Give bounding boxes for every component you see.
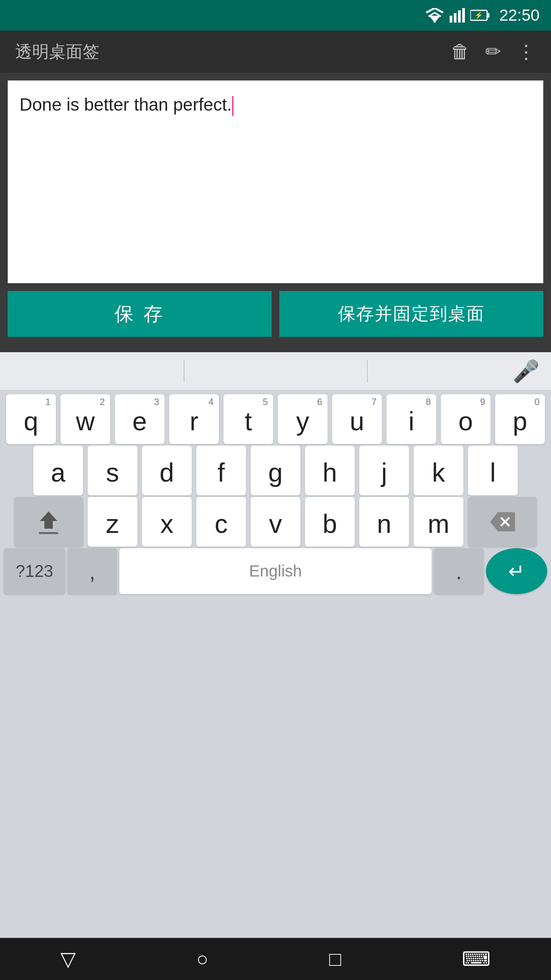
svg-rect-4	[458, 10, 461, 23]
svg-rect-7	[487, 13, 489, 18]
key-q[interactable]: 1q	[6, 394, 56, 444]
key-row-2: a s d f g h j k l	[0, 446, 551, 495]
signal-icon	[450, 8, 465, 23]
period-key[interactable]: .	[434, 548, 484, 594]
key-r[interactable]: 4r	[169, 394, 219, 444]
text-editor[interactable]: Done is better than perfect.	[8, 80, 543, 283]
more-options-icon[interactable]: ⋮	[517, 41, 536, 63]
editor-text: Done is better than perfect.	[20, 95, 232, 114]
key-i[interactable]: 8i	[386, 394, 436, 444]
keyboard-container: 🎤 1q 2w 3e 4r 5t 6y 7u 8i 9o 0p a s d	[0, 352, 551, 980]
comma-key[interactable]: ,	[67, 548, 117, 594]
keyboard-switch-button[interactable]: ⌨	[462, 947, 491, 970]
status-time: 22:50	[499, 6, 540, 24]
key-v[interactable]: v	[251, 497, 300, 547]
suggestion-divider-2	[367, 360, 368, 382]
page-wrapper: ⚡ 22:50 透明桌面签 🗑 ✏ ⋮ Done is better than …	[0, 0, 551, 980]
suggestions-bar: 🎤	[0, 352, 551, 390]
key-n[interactable]: n	[359, 497, 409, 547]
space-label: English	[249, 562, 302, 580]
backspace-key[interactable]	[468, 497, 537, 547]
battery-icon: ⚡	[470, 10, 490, 21]
key-t[interactable]: 5t	[223, 394, 273, 444]
delete-icon[interactable]: 🗑	[451, 41, 470, 63]
svg-rect-5	[462, 8, 465, 23]
space-key[interactable]: English	[119, 548, 432, 594]
status-bar: ⚡ 22:50	[0, 0, 551, 31]
period-label: .	[456, 559, 462, 584]
key-m[interactable]: m	[414, 497, 463, 547]
key-a[interactable]: a	[33, 446, 83, 495]
key-s[interactable]: s	[88, 446, 137, 495]
key-k[interactable]: k	[414, 446, 463, 495]
key-row-1: 1q 2w 3e 4r 5t 6y 7u 8i 9o 0p	[0, 394, 551, 444]
app-bar: 透明桌面签 🗑 ✏ ⋮	[0, 31, 551, 73]
key-g[interactable]: g	[251, 446, 300, 495]
shift-key[interactable]	[14, 497, 83, 547]
key-x[interactable]: x	[142, 497, 192, 547]
key-u[interactable]: 7u	[332, 394, 382, 444]
key-o[interactable]: 9o	[441, 394, 491, 444]
edit-icon[interactable]: ✏	[485, 41, 501, 63]
num-switch-key[interactable]: ?123	[4, 548, 65, 594]
svg-text:⚡: ⚡	[474, 11, 483, 20]
key-d[interactable]: d	[142, 446, 192, 495]
key-l[interactable]: l	[468, 446, 518, 495]
nav-bar: ▽ ○ □ ⌨	[0, 938, 551, 980]
enter-icon: ↵	[508, 560, 525, 583]
key-z[interactable]: z	[88, 497, 137, 547]
buttons-row: 保 存 保存并固定到桌面	[8, 291, 543, 337]
home-button[interactable]: ○	[196, 947, 208, 970]
key-j[interactable]: j	[359, 446, 409, 495]
shift-icon	[38, 510, 59, 534]
microphone-icon[interactable]: 🎤	[513, 359, 540, 384]
key-row-4: ?123 , English . ↵	[0, 548, 551, 594]
wifi-icon	[425, 8, 444, 23]
key-y[interactable]: 6y	[278, 394, 328, 444]
svg-rect-3	[454, 13, 456, 23]
save-button[interactable]: 保 存	[8, 291, 272, 337]
svg-rect-2	[450, 16, 452, 23]
key-b[interactable]: b	[305, 497, 355, 547]
key-p[interactable]: 0p	[495, 394, 545, 444]
keyboard-rows: 1q 2w 3e 4r 5t 6y 7u 8i 9o 0p a s d f g …	[0, 390, 551, 598]
app-bar-actions: 🗑 ✏ ⋮	[451, 41, 536, 63]
main-content: Done is better than perfect. 保 存 保存并固定到桌…	[0, 73, 551, 352]
svg-marker-9	[40, 511, 57, 529]
text-cursor	[232, 96, 233, 116]
key-e[interactable]: 3e	[115, 394, 165, 444]
enter-key[interactable]: ↵	[486, 548, 547, 594]
num-switch-label: ?123	[16, 562, 53, 581]
comma-label: ,	[89, 559, 95, 584]
backspace-icon	[490, 512, 515, 531]
status-icons: ⚡ 22:50	[425, 6, 540, 24]
svg-marker-1	[434, 19, 436, 23]
key-h[interactable]: h	[305, 446, 355, 495]
suggestion-divider-1	[184, 360, 184, 382]
back-button[interactable]: ▽	[60, 947, 76, 970]
key-f[interactable]: f	[196, 446, 246, 495]
key-c[interactable]: c	[196, 497, 246, 547]
key-row-3: z x c v b n m	[0, 497, 551, 547]
key-w[interactable]: 2w	[60, 394, 110, 444]
app-bar-title: 透明桌面签	[15, 41, 451, 63]
recents-button[interactable]: □	[329, 947, 341, 970]
save-pin-button[interactable]: 保存并固定到桌面	[279, 291, 543, 337]
